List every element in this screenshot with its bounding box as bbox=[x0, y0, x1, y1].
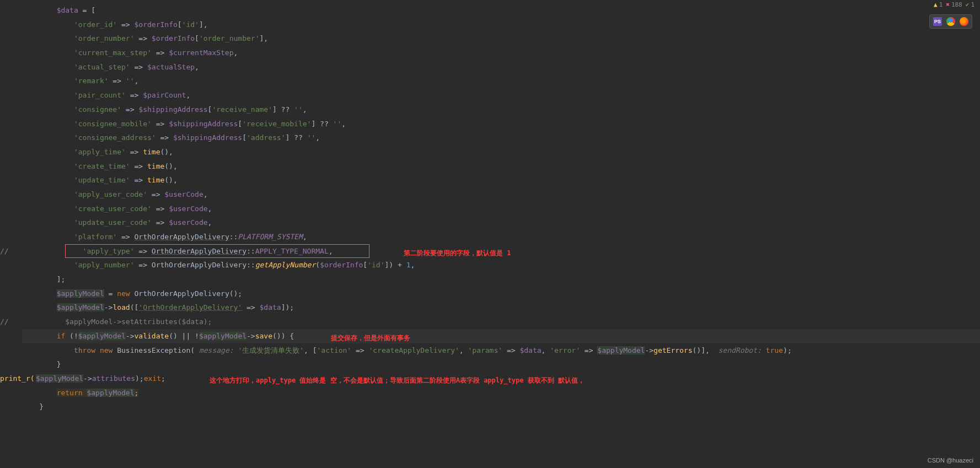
code-text: => bbox=[135, 247, 152, 255]
code-text: => bbox=[351, 346, 368, 354]
code-text: 'pair_count' bbox=[74, 91, 126, 99]
code-text: => bbox=[130, 176, 147, 184]
var-applymodel: $applyModel bbox=[57, 289, 104, 298]
code-text: :: bbox=[229, 233, 238, 241]
code-text: $currentMaxStep bbox=[169, 49, 233, 57]
code-text: , bbox=[208, 205, 212, 213]
code-text: OrthOrderApplyDelivery bbox=[135, 233, 229, 241]
code-text: ); bbox=[135, 374, 144, 383]
code-text: $pairCount bbox=[143, 91, 186, 99]
code-text: $orderInfo bbox=[135, 20, 178, 29]
code-text: ]); bbox=[281, 303, 294, 311]
code-text: $data bbox=[260, 303, 281, 311]
code-text: BusinessException( bbox=[117, 346, 199, 354]
code-text: 'receive_name' bbox=[212, 105, 272, 114]
code-text: (! bbox=[69, 332, 78, 340]
code-text: load bbox=[113, 303, 130, 311]
code-text: '' bbox=[294, 105, 303, 114]
code-text: -> bbox=[247, 332, 255, 340]
code-text: '' bbox=[333, 120, 342, 128]
code-text: = [ bbox=[78, 6, 95, 14]
code-text: 'address' bbox=[247, 133, 285, 142]
code-text: (), bbox=[164, 162, 177, 170]
code-text: new bbox=[117, 289, 134, 298]
code-text: => bbox=[126, 148, 143, 156]
code-text: ()], bbox=[693, 346, 719, 354]
code-text: '' bbox=[307, 133, 316, 142]
code-text: '生成发货清单失败' bbox=[238, 346, 304, 354]
code-text: getApplyNumber bbox=[255, 261, 316, 269]
code-text: ] ?? bbox=[311, 120, 333, 128]
code-text: 'remark' bbox=[74, 77, 109, 85]
code-text: 'consignee_mobile' bbox=[74, 120, 152, 128]
code-text: throw bbox=[74, 346, 100, 354]
var-applymodel: $applyModel bbox=[597, 346, 645, 354]
var-applymodel: $applyModel bbox=[199, 332, 247, 340]
code-text: time bbox=[143, 148, 160, 156]
code-text: => bbox=[156, 133, 173, 142]
code-text: => bbox=[130, 162, 147, 170]
code-text: => bbox=[121, 105, 138, 114]
code-text: $shippingAddress bbox=[169, 120, 238, 128]
code-text: 'id' bbox=[367, 261, 384, 269]
code-text: 'order_number' bbox=[74, 34, 135, 42]
code-text: true bbox=[766, 346, 783, 354]
code-text: 'apply_number' bbox=[74, 261, 135, 269]
code-text: , bbox=[315, 133, 320, 142]
code-text: , bbox=[234, 49, 238, 57]
code-text: return bbox=[57, 389, 87, 397]
code-text: 'receive_mobile' bbox=[242, 120, 311, 128]
code-text: -> bbox=[645, 346, 654, 354]
code-text: print_r( bbox=[0, 372, 35, 386]
code-text: 'update_user_code' bbox=[74, 218, 152, 227]
code-text: ; bbox=[161, 374, 165, 383]
code-text: 'consignee' bbox=[74, 105, 121, 114]
var-applymodel: $applyModel bbox=[36, 374, 83, 383]
code-text: 'id' bbox=[182, 20, 199, 29]
code-text: 'consignee_address' bbox=[74, 133, 156, 142]
code-text: => bbox=[117, 233, 134, 241]
code-text: 'apply_type' bbox=[83, 247, 135, 255]
code-text: 'params' bbox=[468, 346, 502, 354]
code-text: 'apply_time' bbox=[74, 148, 126, 156]
code-text: OrthOrderApplyDelivery bbox=[152, 247, 247, 255]
code-text: -> bbox=[104, 303, 113, 311]
code-text: => bbox=[135, 261, 152, 269]
code-text: , bbox=[303, 233, 307, 241]
code-text: => bbox=[502, 346, 520, 354]
code-text: ]; bbox=[57, 275, 66, 283]
code-text: $userCode bbox=[169, 218, 207, 227]
code-text: attributes bbox=[92, 374, 135, 383]
code-text: , bbox=[303, 105, 307, 114]
code-text: , bbox=[341, 120, 346, 128]
code-text: => bbox=[242, 303, 259, 311]
code-text: => bbox=[152, 49, 169, 57]
code-text: 'actual_step' bbox=[74, 63, 130, 71]
code-text: ], bbox=[260, 34, 269, 42]
code-text: , [ bbox=[304, 346, 317, 354]
code-text: , bbox=[208, 218, 212, 227]
code-text: [ bbox=[363, 261, 367, 269]
code-text: 'create_user_code' bbox=[74, 205, 152, 213]
code-text: => bbox=[147, 190, 164, 198]
code-text: PLATFORM_SYSTEM bbox=[238, 233, 302, 241]
code-text: => bbox=[109, 77, 126, 85]
code-text: validate bbox=[135, 332, 169, 340]
code-text: , bbox=[410, 261, 415, 269]
watermark: CSDN @huazeci bbox=[928, 457, 973, 464]
code-text: , bbox=[195, 63, 199, 71]
code-text: => bbox=[130, 63, 147, 71]
code-text: new bbox=[100, 346, 117, 354]
code-text: 'apply_user_code' bbox=[74, 190, 147, 198]
code-text: time bbox=[147, 162, 164, 170]
code-text: $userCode bbox=[169, 205, 207, 213]
code-text: $data bbox=[520, 346, 541, 354]
code-text: OrthOrderApplyDelivery:: bbox=[152, 261, 255, 269]
code-text: ], bbox=[199, 20, 208, 29]
code-text: $applyModel->setAttributes($data); bbox=[65, 318, 212, 326]
code-text: , bbox=[459, 346, 468, 354]
code-text: $shippingAddress bbox=[173, 133, 242, 142]
code-editor[interactable]: $data = [ 'order_id' => $orderInfo['id']… bbox=[0, 0, 980, 414]
code-text: 'current_max_step' bbox=[74, 49, 152, 57]
code-text: ); bbox=[783, 346, 792, 354]
